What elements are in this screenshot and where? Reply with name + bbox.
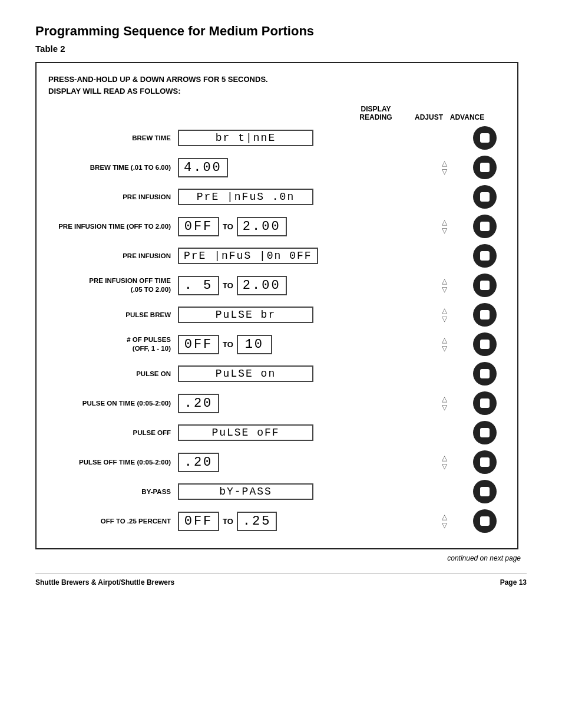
row-label-pulse-off-time: PULSE OFF TIME (0:05-2:00): [48, 458, 178, 467]
table-row: PULSE BREWPuLSE br△▽: [48, 302, 505, 328]
advance-col-off-to-25: [464, 509, 505, 533]
lcd-left-off-to-25: 0FF: [178, 512, 219, 531]
display-area-pre-infusion-off-time: . 5TO2.00: [178, 276, 422, 295]
row-label-pulse-on: PULSE ON: [48, 370, 178, 378]
arrow-up-pre-infusion-time[interactable]: △: [442, 218, 447, 226]
arrow-up-pulse-brew[interactable]: △: [442, 307, 447, 315]
advance-button-pulse-off[interactable]: [473, 421, 497, 444]
advance-button-pre-infusion-off[interactable]: [473, 244, 497, 268]
display-area-pre-infusion-time: 0FFTO2.00: [178, 217, 422, 236]
to-label-num-pulses: TO: [223, 340, 233, 349]
arrow-up-pulse-off-time[interactable]: △: [442, 454, 447, 462]
table-row: PRE INFUSIONPrE |nFuS .0n: [48, 184, 505, 210]
adjust-col-pulse-off-time: △▽: [427, 454, 462, 470]
display-area-brew-time-range: 4.00: [178, 158, 422, 177]
table-row: BY-PASSbY-PASS: [48, 479, 505, 505]
advance-button-off-to-25[interactable]: [473, 509, 497, 533]
advance-button-brew-time-range[interactable]: [473, 156, 497, 179]
advance-col-num-pulses: [464, 332, 505, 356]
col-header-advance: ADVANCE: [447, 113, 488, 121]
table-row: # OF PULSES (OFF, 1 - 10)0FFTO10△▽: [48, 331, 505, 357]
lcd-right-pre-infusion-time: 2.00: [237, 217, 287, 236]
arrow-up-pre-infusion-off-time[interactable]: △: [442, 277, 447, 285]
arrow-down-pre-infusion-time[interactable]: ▽: [442, 226, 447, 235]
table-row: BREW TIME (.01 TO 6.00)4.00△▽: [48, 154, 505, 180]
arrow-down-pulse-off-time[interactable]: ▽: [442, 462, 447, 470]
display-area-pulse-brew: PuLSE br: [178, 307, 422, 323]
lcd-left-by-pass: bY-PASS: [178, 483, 313, 500]
arrow-down-off-to-25[interactable]: ▽: [442, 521, 447, 529]
table-row: OFF TO .25 PERCENT0FFTO.25△▽: [48, 508, 505, 534]
arrow-up-brew-time-range[interactable]: △: [442, 159, 447, 167]
lcd-left-pre-infusion: PrE |nFuS .0n: [178, 189, 313, 205]
advance-button-pre-infusion-off-time[interactable]: [473, 274, 497, 297]
footer: Shuttle Brewers & Airpot/Shuttle Brewers…: [35, 573, 527, 587]
row-label-pre-infusion: PRE INFUSION: [48, 193, 178, 202]
lcd-left-num-pulses: 0FF: [178, 335, 219, 354]
arrow-up-off-to-25[interactable]: △: [442, 513, 447, 521]
lcd-left-brew-time-range: 4.00: [178, 158, 228, 177]
table-label: Table 2: [35, 44, 527, 54]
row-label-pre-infusion-off: PRE INFUSION: [48, 252, 178, 261]
adjust-col-brew-time-range: △▽: [427, 159, 462, 176]
arrow-up-pulse-on-time[interactable]: △: [442, 395, 447, 403]
table-row: PRE INFUSIONPrE |nFuS |0n 0FF: [48, 243, 505, 269]
adjust-col-pulse-brew: △▽: [427, 307, 462, 323]
arrow-down-pulse-brew[interactable]: ▽: [442, 315, 447, 323]
adjust-col-pre-infusion-off-time: △▽: [427, 277, 462, 294]
advance-button-num-pulses[interactable]: [473, 332, 497, 356]
lcd-left-pulse-off: PuLSE oFF: [178, 424, 313, 441]
lcd-left-brew-time: br t|nnE: [178, 130, 313, 146]
display-area-pulse-on: PuLSE on: [178, 365, 422, 382]
advance-col-by-pass: [464, 480, 505, 503]
display-area-pulse-on-time: .20: [178, 394, 422, 413]
advance-button-pulse-off-time[interactable]: [473, 450, 497, 474]
advance-col-pulse-off-time: [464, 450, 505, 474]
advance-col-pre-infusion-off: [464, 244, 505, 268]
arrow-up-num-pulses[interactable]: △: [442, 336, 447, 344]
row-label-pulse-on-time: PULSE ON TIME (0:05-2:00): [48, 399, 178, 408]
row-label-by-pass: BY-PASS: [48, 487, 178, 496]
advance-col-pulse-off: [464, 421, 505, 444]
row-label-brew-time-range: BREW TIME (.01 TO 6.00): [48, 163, 178, 172]
arrow-down-num-pulses[interactable]: ▽: [442, 344, 447, 353]
row-label-pre-infusion-time: PRE INFUSION TIME (OFF TO 2.00): [48, 222, 178, 231]
advance-button-pulse-on[interactable]: [473, 362, 497, 386]
advance-col-pre-infusion: [464, 185, 505, 209]
display-area-num-pulses: 0FFTO10: [178, 335, 422, 354]
col-header-adjust: ADJUST: [411, 113, 447, 121]
display-area-pre-infusion: PrE |nFuS .0n: [178, 189, 422, 205]
lcd-left-pre-infusion-off: PrE |nFuS |0n 0FF: [178, 248, 318, 264]
table-row: PRE INFUSION OFF TIME (.05 TO 2.00). 5TO…: [48, 272, 505, 298]
arrow-down-pre-infusion-off-time[interactable]: ▽: [442, 285, 447, 294]
table-row: PULSE OFF TIME (0:05-2:00).20△▽: [48, 449, 505, 475]
lcd-right-pre-infusion-off-time: 2.00: [237, 276, 287, 295]
advance-col-pre-infusion-time: [464, 215, 505, 238]
advance-col-pulse-brew: [464, 303, 505, 327]
display-area-by-pass: bY-PASS: [178, 483, 422, 500]
row-label-brew-time: BREW TIME: [48, 134, 178, 143]
advance-button-pulse-brew[interactable]: [473, 303, 497, 327]
arrow-down-pulse-on-time[interactable]: ▽: [442, 403, 447, 411]
advance-button-pre-infusion[interactable]: [473, 185, 497, 209]
display-area-pulse-off: PuLSE oFF: [178, 424, 422, 441]
to-label-off-to-25: TO: [223, 517, 233, 526]
row-label-pre-infusion-off-time: PRE INFUSION OFF TIME (.05 TO 2.00): [48, 276, 178, 294]
footer-right: Page 13: [500, 578, 527, 587]
display-area-brew-time: br t|nnE: [178, 130, 422, 146]
advance-button-brew-time[interactable]: [473, 126, 497, 150]
advance-button-pulse-on-time[interactable]: [473, 391, 497, 415]
lcd-left-pulse-on: PuLSE on: [178, 365, 313, 382]
advance-button-pre-infusion-time[interactable]: [473, 215, 497, 238]
rows-container: BREW TIMEbr t|nnEBREW TIME (.01 TO 6.00)…: [48, 125, 505, 534]
lcd-right-off-to-25: .25: [237, 512, 277, 531]
arrow-down-brew-time-range[interactable]: ▽: [442, 167, 447, 176]
column-headers: DISPLAY READING ADJUST ADVANCE: [48, 105, 505, 121]
lcd-right-num-pulses: 10: [237, 335, 272, 354]
table-row: PULSE ON TIME (0:05-2:00).20△▽: [48, 390, 505, 416]
display-area-pre-infusion-off: PrE |nFuS |0n 0FF: [178, 248, 422, 264]
row-label-num-pulses: # OF PULSES (OFF, 1 - 10): [48, 335, 178, 353]
advance-button-by-pass[interactable]: [473, 480, 497, 503]
lcd-left-pre-infusion-off-time: . 5: [178, 276, 219, 295]
advance-col-pulse-on-time: [464, 391, 505, 415]
